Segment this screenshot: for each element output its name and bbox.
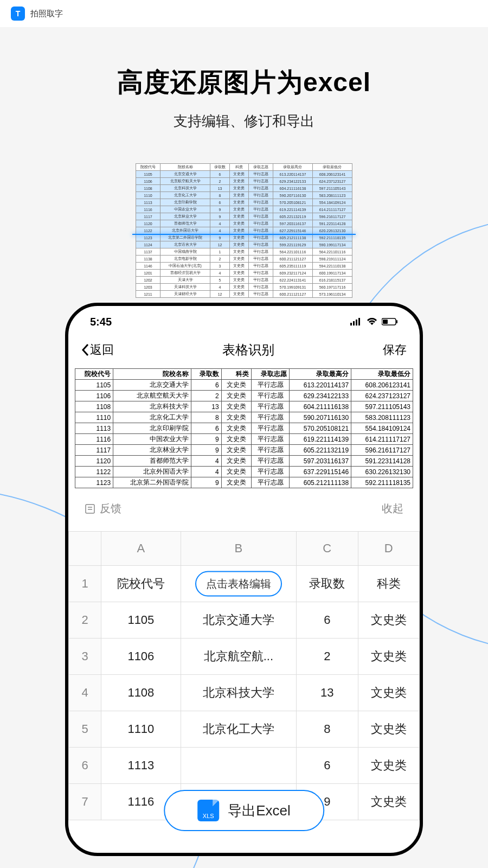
row-number[interactable]: 4: [69, 675, 101, 711]
app-name-label: 拍照取字: [30, 9, 63, 19]
save-button[interactable]: 保存: [383, 342, 407, 358]
svg-rect-1: [353, 321, 355, 326]
table-row: 21105北京交通大学6文史类: [69, 602, 420, 639]
feedback-row: 反馈 收起: [68, 488, 420, 529]
phone-status-bar: 5:45: [68, 306, 420, 331]
sheet-cell[interactable]: 6: [297, 748, 358, 784]
xls-file-icon: XLS: [197, 800, 219, 821]
svg-rect-7: [86, 505, 94, 513]
phone-nav-bar: 返回 表格识别 保存: [68, 331, 420, 368]
feedback-button[interactable]: 反馈: [85, 501, 121, 516]
status-time: 5:45: [90, 316, 112, 328]
sheet-cell[interactable]: 1113: [101, 748, 181, 784]
back-button[interactable]: 返回: [81, 342, 114, 358]
table-row: 611136文史类: [69, 748, 420, 784]
sheet-cell[interactable]: 1105: [101, 602, 181, 639]
edit-hint-bubble[interactable]: 点击表格编辑: [195, 571, 282, 597]
sheet-cell[interactable]: 院校代号: [101, 566, 181, 602]
signal-icon: [350, 316, 362, 328]
scan-preview-image: 院校代号院校名称录取数科类录取志愿录取最高分录取最低分1105北京交通大学6文史…: [136, 163, 352, 298]
sheet-cell[interactable]: 13: [297, 675, 358, 711]
back-label: 返回: [90, 342, 114, 358]
sheet-cell[interactable]: 6: [297, 602, 358, 639]
chevron-left-icon: [81, 343, 90, 356]
recognized-table-preview: 院校代号院校名称录取数科类录取志愿录取最高分录取最低分1105北京交通大学6文史…: [75, 368, 413, 488]
svg-rect-5: [383, 320, 388, 324]
battery-icon: [382, 316, 398, 328]
sheet-cell[interactable]: 2: [297, 639, 358, 675]
export-excel-button[interactable]: XLS 导出Excel: [164, 790, 324, 831]
row-number[interactable]: 2: [69, 602, 101, 639]
sheet-cell[interactable]: 北京化工大学: [181, 711, 296, 748]
export-label: 导出Excel: [228, 801, 291, 820]
row-number[interactable]: 7: [69, 784, 101, 820]
row-number[interactable]: 3: [69, 639, 101, 675]
sheet-cell[interactable]: 1108: [101, 675, 181, 711]
svg-rect-2: [356, 320, 357, 326]
sheet-cell[interactable]: 1110: [101, 711, 181, 748]
app-logo-icon: T: [11, 7, 25, 21]
sheet-cell[interactable]: [181, 748, 296, 784]
sheet-cell[interactable]: 北京交通大学: [181, 602, 296, 639]
sheet-cell[interactable]: 文史类: [358, 711, 419, 748]
sheet-cell[interactable]: 科类: [358, 566, 419, 602]
svg-rect-3: [358, 318, 360, 326]
column-header[interactable]: A: [101, 532, 181, 566]
sheet-cell[interactable]: 北京航空航...: [181, 639, 296, 675]
editable-spreadsheet[interactable]: ABCD1院校代号点击表格编辑录取数科类21105北京交通大学6文史类31106…: [68, 531, 420, 820]
row-number[interactable]: 5: [69, 711, 101, 748]
wifi-icon: [367, 316, 377, 328]
hero-title: 高度还原图片为excel: [11, 65, 477, 100]
sheet-cell[interactable]: 文史类: [358, 784, 419, 820]
feedback-icon: [85, 503, 95, 514]
sheet-cell[interactable]: 1106: [101, 639, 181, 675]
table-row: 31106北京航空航...2文史类: [69, 639, 420, 675]
hero-section: 高度还原图片为excel 支持编辑、修订和导出: [0, 27, 488, 142]
column-header[interactable]: C: [297, 532, 358, 566]
phone-frame: 5:45 返回 表格识别 保存 院校代号院校名称录取数科类录取志愿录取最高分录取…: [65, 303, 423, 856]
app-header: T 拍照取字: [0, 0, 488, 27]
nav-title: 表格识别: [222, 341, 274, 359]
sheet-cell[interactable]: 文史类: [358, 748, 419, 784]
sheet-cell[interactable]: 北京科技大学: [181, 675, 296, 711]
hero-subtitle: 支持编辑、修订和导出: [11, 112, 477, 131]
row-number[interactable]: 1: [69, 566, 101, 602]
table-row: 51110北京化工大学8文史类: [69, 711, 420, 748]
row-number[interactable]: 6: [69, 748, 101, 784]
feedback-label: 反馈: [100, 501, 121, 516]
column-header[interactable]: D: [358, 532, 419, 566]
svg-rect-0: [350, 323, 352, 326]
scan-line-indicator: [132, 234, 356, 235]
svg-rect-6: [396, 320, 397, 323]
sheet-cell[interactable]: 录取数: [297, 566, 358, 602]
sheet-cell[interactable]: 8: [297, 711, 358, 748]
table-row: 1院校代号点击表格编辑录取数科类: [69, 566, 420, 602]
collapse-button[interactable]: 收起: [382, 501, 403, 516]
table-row: 41108北京科技大学13文史类: [69, 675, 420, 711]
column-header[interactable]: B: [181, 532, 296, 566]
sheet-cell[interactable]: 文史类: [358, 602, 419, 639]
sheet-cell[interactable]: 文史类: [358, 639, 419, 675]
sheet-cell[interactable]: 点击表格编辑: [181, 566, 296, 602]
sheet-cell[interactable]: 文史类: [358, 675, 419, 711]
